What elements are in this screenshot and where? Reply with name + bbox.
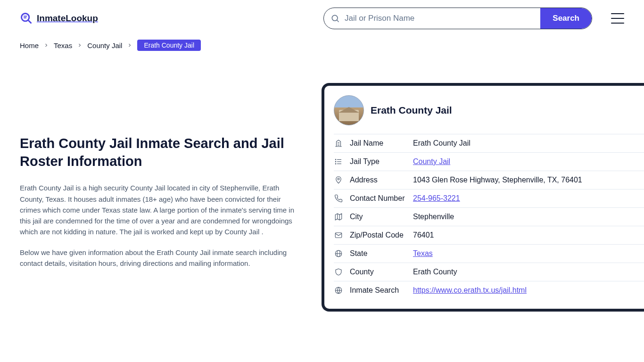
svg-line-5 (337, 20, 339, 22)
card-title: Erath County Jail (371, 105, 452, 116)
info-link[interactable]: County Jail (413, 157, 450, 165)
header-right: Search (323, 8, 624, 29)
card-header: Erath County Jail (334, 95, 644, 134)
breadcrumb-home[interactable]: Home (20, 41, 39, 49)
info-label: Address (350, 176, 406, 184)
info-link[interactable]: 254-965-3221 (413, 194, 460, 202)
site-header: InmateLookup Search (0, 0, 644, 37)
main-content: Erath County Jail Inmate Search and Jail… (0, 55, 644, 349)
logo-link[interactable]: InmateLookup (20, 12, 98, 25)
info-value: https://www.co.erath.tx.us/jail.html (413, 286, 527, 295)
info-value: 254-965-3221 (413, 194, 460, 203)
info-row: Zip/Postal Code76401 (334, 226, 644, 244)
shield-icon (334, 268, 343, 276)
chevron-right-icon (77, 41, 83, 49)
svg-line-1 (28, 20, 32, 24)
info-value: 1043 Glen Rose Highway, Stephenville, TX… (413, 176, 582, 184)
info-label: Jail Name (350, 139, 406, 148)
info-value: Stephenville (413, 213, 454, 221)
info-value: Erath County Jail (413, 139, 471, 148)
chevron-right-icon (127, 41, 132, 49)
info-link[interactable]: Texas (413, 249, 433, 257)
svg-point-12 (338, 178, 339, 180)
search-form: Search (323, 8, 592, 29)
info-value: Erath County (413, 268, 457, 276)
search-input[interactable] (340, 8, 540, 29)
svg-point-9 (335, 159, 336, 160)
chevron-right-icon (43, 41, 49, 49)
article-column: Erath County Jail Inmate Search and Jail… (20, 83, 298, 278)
svg-rect-15 (335, 233, 342, 238)
facility-info-card: Erath County Jail Jail NameErath County … (322, 83, 644, 312)
page-title: Erath County Jail Inmate Search and Jail… (20, 135, 298, 170)
list-icon (334, 157, 343, 166)
intro-paragraph-2: Below we have given information about th… (20, 247, 298, 269)
info-value: Texas (413, 249, 433, 258)
phone-icon (334, 194, 343, 203)
intro-paragraph-1: Erath County Jail is a high security Cou… (20, 182, 298, 237)
info-label: Zip/Postal Code (350, 231, 406, 239)
logo-icon (20, 12, 33, 25)
search-button[interactable]: Search (540, 8, 592, 29)
globe-icon (334, 249, 343, 258)
search-icon (324, 14, 340, 23)
svg-point-11 (335, 164, 336, 165)
info-row: Contact Number254-965-3221 (334, 189, 644, 207)
svg-point-4 (332, 15, 338, 21)
breadcrumb: Home Texas County Jail Erath County Jail (0, 40, 644, 55)
hamburger-menu-icon[interactable] (611, 13, 624, 24)
info-label: Jail Type (350, 157, 406, 166)
info-row: CountyErath County (334, 263, 644, 281)
breadcrumb-current: Erath County Jail (137, 40, 201, 51)
info-label: State (350, 249, 406, 258)
info-label: County (350, 268, 406, 276)
envelope-icon (334, 231, 343, 239)
info-label: Contact Number (350, 194, 406, 203)
info-value: 76401 (413, 231, 434, 239)
pin-icon (334, 176, 343, 184)
logo-text: InmateLookup (37, 13, 98, 24)
info-row: StateTexas (334, 244, 644, 263)
breadcrumb-state[interactable]: Texas (54, 41, 72, 49)
map-icon (334, 213, 343, 221)
building-icon (334, 139, 343, 148)
svg-point-0 (22, 14, 29, 21)
info-row: Inmate Searchhttps://www.co.erath.tx.us/… (334, 281, 644, 299)
info-label: Inmate Search (350, 286, 406, 295)
svg-point-10 (335, 161, 336, 162)
breadcrumb-type[interactable]: County Jail (87, 41, 122, 49)
info-label: City (350, 213, 406, 221)
info-row: Jail TypeCounty Jail (334, 152, 644, 171)
web-icon (334, 286, 343, 295)
info-row: CityStephenville (334, 207, 644, 226)
info-link[interactable]: https://www.co.erath.tx.us/jail.html (413, 286, 527, 294)
info-value: County Jail (413, 157, 450, 166)
facility-avatar (334, 95, 364, 125)
info-row: Address1043 Glen Rose Highway, Stephenvi… (334, 171, 644, 189)
info-row: Jail NameErath County Jail (334, 134, 644, 152)
